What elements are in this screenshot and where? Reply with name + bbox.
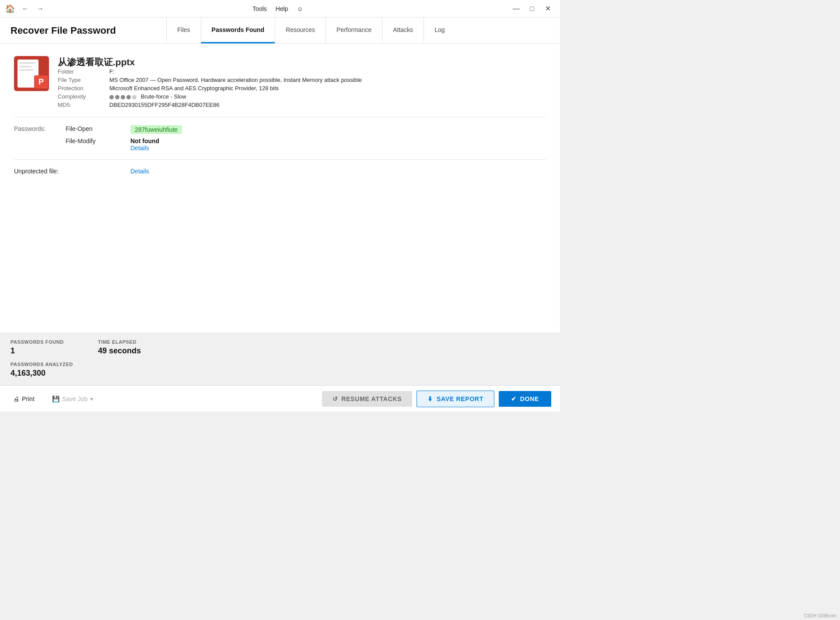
- passwords-found-label: PASSWORDS FOUND: [10, 339, 98, 345]
- done-button[interactable]: ✔ DONE: [499, 391, 551, 407]
- file-open-label: File-Open: [66, 125, 127, 132]
- unprotected-details-link[interactable]: Details: [130, 168, 149, 175]
- file-meta: Folder F: File Type MS Office 2007 — Ope…: [58, 68, 362, 108]
- done-icon: ✔: [511, 395, 517, 402]
- file-header: P P 从渗透看取证.pptx Folder F: File Type MS O…: [14, 56, 546, 108]
- svg-rect-3: [19, 66, 32, 67]
- complexity-text: Brute-force - Slow: [141, 93, 186, 100]
- help-menu[interactable]: Help: [276, 5, 288, 12]
- done-label: DONE: [520, 395, 539, 402]
- dot-3: [121, 95, 125, 99]
- passwords-section: Passwords: File-Open 287fuweiuhfiute Fil…: [14, 125, 546, 151]
- divider-2: [14, 159, 546, 160]
- resume-label: RESUME ATTACKS: [341, 395, 402, 402]
- save-report-label: SAVE REPORT: [437, 395, 483, 402]
- password-value: 287fuweiuhfiute: [130, 125, 182, 134]
- file-open-password: 287fuweiuhfiute: [130, 125, 546, 134]
- modify-details-link[interactable]: Details: [130, 144, 149, 151]
- save-report-icon: ⬇: [427, 395, 433, 402]
- filetype-label: File Type: [58, 77, 106, 83]
- md5-value: DBED2930155DFF295F4B28F4DB07EE86: [109, 102, 362, 108]
- unprotected-label: Unprotected file:: [14, 168, 62, 175]
- save-job-arrow: ▾: [90, 395, 93, 402]
- dot-5: [132, 95, 136, 99]
- close-button[interactable]: ✕: [541, 3, 555, 15]
- unprotected-details: Details: [130, 168, 546, 175]
- tabs: Files Passwords Found Resources Performa…: [166, 18, 560, 43]
- resume-icon: ↺: [332, 395, 338, 402]
- protection-label: Protection: [58, 85, 106, 92]
- passwords-found-stat: PASSWORDS FOUND 1: [10, 339, 98, 357]
- file-modify-label: File-Modify: [66, 137, 127, 144]
- header-area: Recover File Password Files Passwords Fo…: [0, 18, 560, 44]
- dot-2: [115, 95, 119, 99]
- tab-attacks[interactable]: Attacks: [382, 18, 424, 43]
- complexity-value: Brute-force - Slow: [109, 93, 362, 100]
- protection-value: Microsoft Enhanced RSA and AES Cryptogra…: [109, 85, 362, 92]
- dot-4: [126, 95, 131, 99]
- complexity-label: Complexity: [58, 93, 106, 100]
- tab-log[interactable]: Log: [424, 18, 455, 43]
- file-name: 从渗透看取证.pptx: [58, 56, 362, 68]
- svg-rect-4: [19, 69, 33, 71]
- svg-rect-2: [19, 62, 35, 64]
- nav-buttons: ← →: [19, 3, 46, 15]
- passwords-analyzed-stat: PASSWORDS ANALYZED 4,163,300: [10, 362, 550, 380]
- file-icon: P P: [14, 56, 49, 91]
- tools-menu[interactable]: Tools: [252, 5, 267, 12]
- maximize-button[interactable]: □: [525, 3, 539, 15]
- time-elapsed-stat: TIME ELAPSED 49 seconds: [98, 339, 186, 357]
- app-title: Recover File Password: [0, 18, 166, 43]
- file-details: 从渗透看取证.pptx Folder F: File Type MS Offic…: [58, 56, 362, 108]
- filetype-value: MS Office 2007 — Open Password, Hardware…: [109, 77, 362, 83]
- print-button[interactable]: 🖨 Print: [9, 393, 39, 405]
- md5-label: MD5:: [58, 102, 106, 108]
- save-report-button[interactable]: ⬇ SAVE REPORT: [416, 391, 494, 407]
- toolbar-left: 🖨 Print 💾 Save Job ▾: [9, 393, 315, 405]
- dot-1: [109, 95, 114, 99]
- complexity-dots: [109, 95, 136, 99]
- svg-text:P: P: [38, 78, 44, 86]
- titlebar-left: 🏠 ← →: [5, 3, 46, 15]
- save-job-icon: 💾: [52, 395, 60, 402]
- toolbar-right: ↺ RESUME ATTACKS ⬇ SAVE REPORT ✔ DONE: [322, 391, 551, 407]
- divider-1: [14, 117, 546, 117]
- tab-passwords-found[interactable]: Passwords Found: [201, 18, 275, 43]
- status-bar: PASSWORDS FOUND 1 TIME ELAPSED 49 second…: [0, 333, 560, 385]
- time-elapsed-label: TIME ELAPSED: [98, 339, 186, 345]
- titlebar-menus: Tools Help ☺: [252, 5, 303, 12]
- titlebar: 🏠 ← → Tools Help ☺ — □ ✕: [0, 0, 560, 18]
- save-job-button[interactable]: 💾 Save Job ▾: [48, 393, 98, 405]
- folder-value: F:: [109, 68, 362, 75]
- not-found-text: Not found: [130, 137, 546, 144]
- unprotected-section: Unprotected file: Details: [14, 168, 546, 175]
- passwords-section-label: Passwords:: [14, 125, 62, 132]
- smiley-icon[interactable]: ☺: [297, 5, 303, 12]
- tab-performance[interactable]: Performance: [326, 18, 382, 43]
- bottom-toolbar: 🖨 Print 💾 Save Job ▾ ↺ RESUME ATTACKS ⬇ …: [0, 385, 560, 412]
- unprotected-empty: [66, 168, 127, 175]
- back-button[interactable]: ←: [19, 3, 32, 15]
- print-icon: 🖨: [13, 395, 19, 402]
- tab-files[interactable]: Files: [166, 18, 201, 43]
- time-elapsed-value: 49 seconds: [98, 346, 186, 356]
- resume-attacks-button[interactable]: ↺ RESUME ATTACKS: [322, 391, 413, 407]
- folder-label: Folder: [58, 68, 106, 75]
- minimize-button[interactable]: —: [509, 3, 523, 15]
- file-modify-status: Not found Details: [130, 137, 546, 151]
- window-controls: — □ ✕: [509, 3, 555, 15]
- passwords-analyzed-label: PASSWORDS ANALYZED: [10, 362, 550, 367]
- passwords-analyzed-value: 4,163,300: [10, 369, 550, 378]
- passwords-found-value: 1: [10, 346, 98, 356]
- tab-resources[interactable]: Resources: [275, 18, 326, 43]
- forward-button[interactable]: →: [34, 3, 46, 15]
- home-icon[interactable]: 🏠: [5, 4, 15, 14]
- print-label: Print: [22, 395, 35, 402]
- main-content: P P 从渗透看取证.pptx Folder F: File Type MS O…: [0, 44, 560, 333]
- save-job-label: Save Job: [62, 395, 88, 402]
